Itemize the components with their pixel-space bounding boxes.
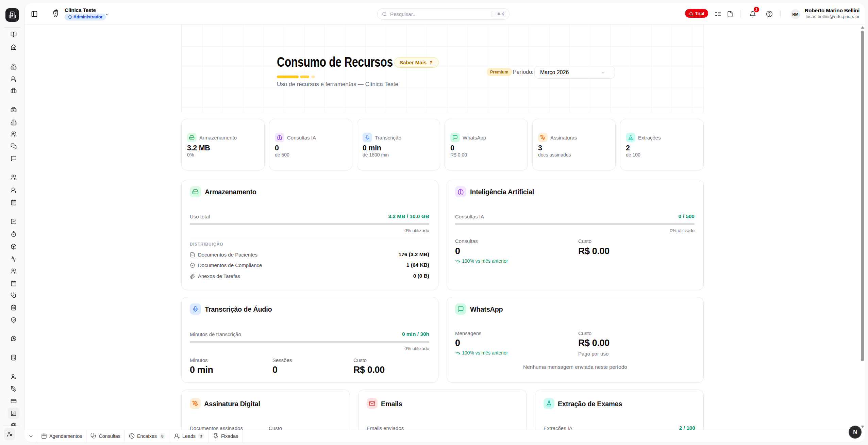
user-avatar[interactable]: RM bbox=[790, 9, 800, 19]
brain-icon bbox=[275, 133, 284, 142]
sidebar-item-package[interactable] bbox=[8, 241, 19, 252]
sidebar-item-users-round[interactable] bbox=[8, 171, 19, 183]
documents-button[interactable] bbox=[727, 11, 733, 17]
col-label: Emails enviados bbox=[367, 425, 404, 430]
sidebar-item-calculator[interactable] bbox=[8, 352, 19, 363]
col-label: Sessões bbox=[272, 357, 292, 363]
tab-badge: 8 bbox=[159, 433, 166, 439]
tab-leads[interactable]: Leads 3 bbox=[170, 430, 208, 442]
sidebar-item-hospital[interactable] bbox=[8, 61, 19, 72]
sidebar-item-briefcase-medical[interactable] bbox=[8, 104, 19, 116]
sidebar-item-user-round-plus[interactable] bbox=[8, 73, 19, 85]
trial-button[interactable]: Trial bbox=[685, 9, 708, 18]
scrollbar-down-arrow[interactable] bbox=[861, 426, 864, 428]
sidebar-item-home[interactable] bbox=[8, 42, 19, 53]
sidebar-item-stethoscope[interactable] bbox=[8, 290, 19, 301]
stat-value: 0 bbox=[450, 144, 454, 152]
mic-icon bbox=[190, 303, 201, 315]
sidebar-item-globe[interactable] bbox=[8, 420, 19, 426]
search-box[interactable]: K bbox=[377, 8, 510, 20]
file-icon bbox=[727, 11, 733, 17]
floating-assistant-button[interactable]: N bbox=[849, 426, 862, 439]
sidebar-item-credit-card[interactable] bbox=[8, 395, 19, 407]
sidebar-item-user-cog[interactable] bbox=[4, 428, 15, 440]
sidebar-item-message-square[interactable] bbox=[8, 153, 19, 164]
calendar-icon bbox=[41, 433, 47, 439]
sidebar-item-building[interactable] bbox=[8, 117, 19, 128]
role-badge: Administrador bbox=[65, 14, 106, 20]
distribution-row-label: Documentos de Compliance bbox=[198, 262, 262, 268]
pen-tool-icon bbox=[190, 398, 201, 409]
distribution-row-value: 0 (0 B) bbox=[413, 273, 429, 279]
bottom-bar-collapse-button[interactable] bbox=[28, 433, 34, 439]
card-title: WhatsApp bbox=[470, 306, 503, 313]
trending-down-icon bbox=[455, 350, 460, 356]
flask-icon bbox=[544, 398, 554, 409]
hero-banner: Consumo de Recursos Saber Mais Uso de re… bbox=[181, 24, 704, 112]
app-logo[interactable] bbox=[5, 8, 19, 22]
help-button[interactable] bbox=[766, 11, 773, 17]
tasks-button[interactable] bbox=[715, 11, 721, 17]
chevron-down-icon bbox=[28, 433, 34, 439]
sidebar-item-clipboard-list[interactable] bbox=[8, 302, 19, 313]
sidebar-item-calendar-days[interactable] bbox=[8, 197, 19, 208]
stat-value: 0 bbox=[275, 144, 279, 152]
tab-label: Leads bbox=[182, 433, 196, 439]
clinic-switcher-chevron[interactable] bbox=[105, 12, 110, 17]
sidebar-item-briefcase[interactable] bbox=[8, 85, 19, 97]
tab-consultas[interactable]: Consultas bbox=[86, 430, 124, 442]
usage-value: 2 / 100 bbox=[679, 425, 695, 430]
distribution-row-value: 176 (3.2 MB) bbox=[399, 251, 429, 258]
sidebar-item-user-round-dot[interactable] bbox=[8, 371, 19, 382]
col-value: R$ 0.00 bbox=[353, 365, 385, 375]
tab-label: Agendamentos bbox=[49, 433, 82, 439]
col-value: R$ 0.00 bbox=[578, 338, 610, 348]
title-underline-bar-1 bbox=[277, 76, 299, 78]
sidebar-item-chart-column-selected[interactable] bbox=[8, 408, 19, 419]
tab-fixadas[interactable]: Fixadas bbox=[208, 430, 243, 442]
pin-icon bbox=[213, 433, 219, 439]
chart-column-icon bbox=[11, 410, 17, 416]
title-underline-bar-2 bbox=[300, 76, 309, 78]
sidebar-item-square-check[interactable] bbox=[8, 216, 19, 227]
stat-label: Armazenamento bbox=[199, 135, 237, 141]
hard-drive-icon bbox=[187, 133, 197, 142]
usage-label: Extrações IA bbox=[544, 425, 572, 430]
sidebar-item-users[interactable] bbox=[8, 128, 19, 140]
period-select[interactable]: Março 2026 bbox=[534, 66, 615, 79]
briefcase-medical-icon bbox=[11, 107, 17, 113]
title-underline-bar-3 bbox=[311, 76, 315, 78]
command-icon bbox=[497, 12, 501, 16]
sidebar-item-pen-tool[interactable] bbox=[8, 383, 19, 395]
col-value: R$ 0.00 bbox=[578, 246, 610, 257]
main-content: Consumo de Recursos Saber Mais Uso de re… bbox=[181, 24, 704, 430]
sidebar-item-messages-square[interactable] bbox=[8, 141, 19, 152]
sidebar-item-activity[interactable] bbox=[8, 253, 19, 265]
hard-drive-icon bbox=[190, 186, 201, 197]
clinic-name[interactable]: Clínica Teste bbox=[65, 8, 96, 13]
sidebar-item-calendar[interactable] bbox=[8, 278, 19, 289]
user-block[interactable]: Roberto Marino Bellini lucas.bellini@edu… bbox=[805, 7, 859, 19]
notification-count-badge: 2 bbox=[753, 6, 760, 13]
sidebar-item-book-open[interactable] bbox=[8, 30, 19, 40]
tab-encaixes[interactable]: Encaixes 8 bbox=[124, 430, 170, 442]
search-input[interactable] bbox=[390, 11, 491, 17]
sidebar-toggle-button[interactable] bbox=[31, 11, 38, 17]
sidebar-item-shield-check[interactable] bbox=[8, 314, 19, 326]
distribution-row-label: Anexos de Tarefas bbox=[198, 273, 240, 279]
sidebar-item-whatsapp[interactable] bbox=[8, 333, 19, 344]
learn-more-button[interactable]: Saber Mais bbox=[394, 57, 439, 68]
tab-agendamentos[interactable]: Agendamentos bbox=[37, 430, 86, 442]
users-icon bbox=[11, 131, 17, 137]
scrollbar-thumb[interactable] bbox=[861, 31, 864, 361]
page-subtitle: Uso de recursos e ferramentas — Clínica … bbox=[277, 80, 398, 88]
sidebar-item-timer[interactable] bbox=[8, 228, 19, 240]
scrollbar-up-arrow[interactable] bbox=[861, 26, 864, 29]
stat-sub: de 100 bbox=[626, 152, 640, 158]
brain-icon bbox=[455, 186, 466, 197]
trend-note-label: 100% vs mês anterior bbox=[462, 350, 508, 356]
calendar-days-icon bbox=[11, 199, 17, 205]
sidebar-item-user-plus[interactable] bbox=[8, 184, 19, 196]
message-square-icon bbox=[450, 133, 460, 142]
sidebar-item-users-2[interactable] bbox=[8, 265, 19, 277]
